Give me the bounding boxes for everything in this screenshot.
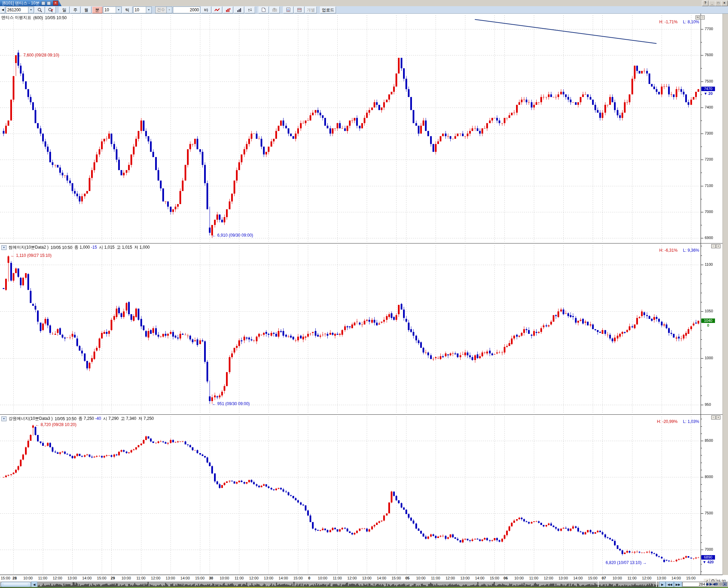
time-axis-label: 13:00 (261, 576, 276, 580)
close-button[interactable]: × (721, 1, 728, 6)
time-axis-label: 10:00 (119, 576, 134, 580)
high-low-indicator: H: -20,99%L: 1,03% (657, 419, 699, 424)
collapse-left-button[interactable]: ◀ (0, 7, 5, 13)
chart-title: 강원에너지(10분Data3 ) (9, 416, 53, 422)
chevron-down-icon[interactable]: ▼ (146, 7, 151, 13)
panel-n-button[interactable]: N (695, 15, 700, 20)
chevron-down-icon[interactable]: ▼ (1, 416, 7, 421)
line-chart-tool-button[interactable] (212, 7, 222, 13)
close-field: 종 7,250 -40 (78, 416, 101, 422)
period-minute-button[interactable]: 분 (92, 7, 102, 13)
chart-scrollbar: ◀ ▶ ◀◀ ▶▶ 284 ◆ ▶◀ ⊕ ⊖ ▣ (0, 581, 728, 587)
chart-header: ▼ 썸에이지(10분Data2 ) 10/05 10:50 종 1,000 -1… (1, 245, 150, 250)
minute-interval-combo[interactable]: ▼ (103, 7, 122, 13)
chart-header: 덴티스 이평지표 (600) 10/05 10:50 (1, 15, 67, 21)
y-axis-label: 7000 (705, 210, 713, 214)
time-axis-label: 14:00 (276, 576, 291, 580)
panel-close-button[interactable]: × (716, 415, 720, 420)
sort-updown-button[interactable] (245, 7, 255, 13)
time-axis-label: 14:00 (570, 576, 586, 580)
y-axis-label: 8000 (705, 475, 713, 479)
bar-count-input[interactable] (173, 7, 200, 13)
period-week-button[interactable]: 주 (70, 7, 80, 13)
high-annotation: ← 1,110 (09/27 15:10) (11, 253, 51, 258)
y-axis-label: 7500 (705, 511, 713, 515)
panel-minimize-button[interactable]: − (711, 244, 716, 248)
y-axis-label: 7500 (705, 79, 713, 83)
bar-count-box[interactable] (173, 7, 200, 13)
tick-interval-combo[interactable]: ▼ (133, 7, 152, 13)
chevron-down-icon[interactable]: ▼ (1, 245, 7, 250)
search-recent-button[interactable] (46, 7, 56, 13)
low-annotation: ← 6,910 (09/30 09:00) (212, 233, 253, 238)
low-annotation: ← 951 (09/30 09:00) (212, 401, 250, 406)
grid-view-button[interactable] (294, 7, 304, 13)
bar-unit-button[interactable]: 바 (201, 7, 211, 13)
go-to-end-icon[interactable]: ▶◀ (710, 582, 714, 586)
tab-title: [6101] 덴티스 - 10분 (2, 0, 40, 6)
maximize-button[interactable]: □ (715, 1, 721, 6)
time-axis-label: 11:00 (231, 576, 247, 580)
candlestick-canvas[interactable] (0, 415, 723, 575)
y-axis-label: 8500 (705, 438, 713, 442)
panel-buttons: − × (711, 244, 720, 248)
fit-window-icon[interactable]: ▣ (723, 582, 727, 586)
stock-code-input[interactable] (6, 7, 28, 13)
volume-alert-button[interactable] (223, 7, 233, 13)
y-axis-label: 950 (705, 402, 711, 406)
y-axis-label: 7700 (705, 27, 713, 31)
tab-close-icon[interactable]: × (53, 1, 58, 5)
zigzag-line-icon (214, 8, 220, 12)
time-axis-label: 13:00 (457, 576, 473, 580)
time-axis-day-label: 0 (302, 576, 317, 580)
chevron-down-icon[interactable]: ▼ (116, 7, 121, 13)
chevron-down-icon[interactable]: ▼ (28, 7, 34, 13)
time-axis-day-label: 07 (596, 576, 611, 580)
chart-report-button[interactable] (283, 7, 293, 13)
time-axis-label: 13:00 (65, 576, 80, 580)
minute-interval-input[interactable] (103, 7, 116, 13)
time-axis-label: 12:00 (50, 576, 65, 580)
high-low-indicator: H: -1,71%L: 8,10% (659, 20, 699, 24)
y-axis-label: 7300 (705, 131, 713, 135)
period-month-button[interactable]: 월 (81, 7, 91, 13)
time-axis-label: 14:00 (178, 576, 193, 580)
panel-minimize-button[interactable]: − (711, 415, 716, 420)
search-icon (37, 8, 42, 12)
expand-horizontal-icon[interactable]: ◆ (705, 582, 710, 586)
tab-doc-icon (47, 1, 51, 5)
time-axis-label: 10:00 (21, 576, 36, 580)
chart-title: 덴티스 이평지표 (1, 15, 31, 21)
candlestick-canvas[interactable] (0, 243, 723, 414)
low-field: 저 7,250 (138, 416, 154, 422)
high-low-indicator: H: -6,31%L: 9,36% (659, 248, 699, 253)
new-page-button[interactable] (259, 7, 269, 13)
current-price-badge: 6890 (701, 555, 715, 560)
upload-button[interactable]: 업로드 (320, 7, 336, 13)
tick-interval-input[interactable] (134, 7, 146, 13)
period-day-button[interactable]: 일 (59, 7, 70, 13)
chart-window-tab[interactable]: [6101] 덴티스 - 10분 × (0, 0, 62, 6)
visible-bar-count-input[interactable]: 284 (682, 582, 706, 587)
chart-panel-kangwon: ▼ 강원에너지(10분Data3 ) 10/05 10:50 종 7,250 -… (0, 415, 728, 575)
minimize-button[interactable]: _ (709, 1, 715, 6)
chart-param: (600) (33, 15, 43, 20)
y-axis-label: 7200 (705, 157, 713, 161)
volume-minimap[interactable] (38, 581, 658, 587)
panel-box-button[interactable]: □ (700, 15, 705, 20)
document-icon (262, 8, 266, 12)
chart-header: ▼ 강원에너지(10분Data3 ) 10/05 10:50 종 7,250 -… (1, 416, 154, 422)
stock-code-combo[interactable]: ▼ (6, 7, 34, 13)
search-button[interactable] (35, 7, 45, 13)
scrollbar-thumb[interactable] (1, 582, 31, 587)
help-button[interactable]: ? (702, 1, 708, 6)
panel-close-button[interactable]: × (716, 244, 720, 248)
period-tick-button[interactable]: 틱 (122, 7, 133, 13)
toolbar-separator (57, 7, 58, 13)
panel-buttons: N □ (695, 15, 705, 20)
open-field: 시 7,290 (103, 416, 118, 422)
candlestick-canvas[interactable] (0, 14, 723, 243)
time-axis-label: 10:00 (413, 576, 428, 580)
chart-title: 썸에이지(10분Data2 ) (9, 245, 49, 250)
volume-chart-button[interactable] (234, 7, 244, 13)
